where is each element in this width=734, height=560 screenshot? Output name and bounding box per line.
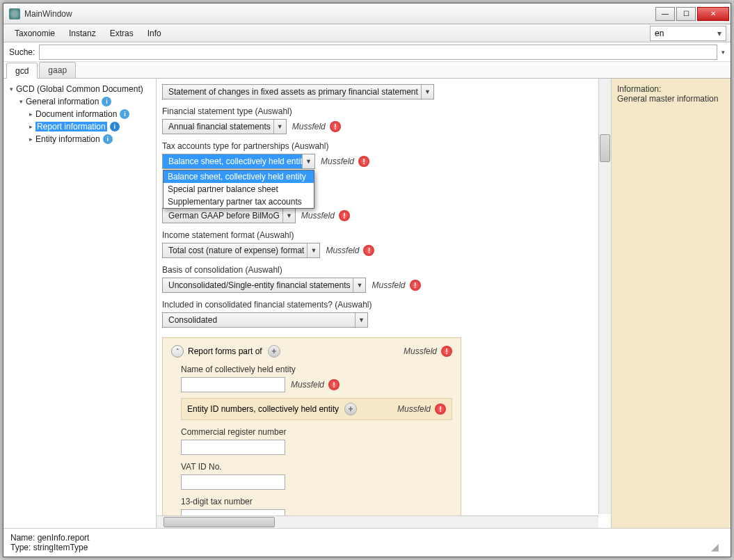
- horizontal-scrollbar[interactable]: [157, 515, 598, 528]
- consol-select[interactable]: Unconsolidated/Single-entity financial s…: [162, 278, 366, 293]
- fin-type-label: Financial statement type (Auswahl): [162, 106, 593, 116]
- info-icon: i: [103, 134, 113, 144]
- chevron-down-icon: ▼: [421, 85, 433, 99]
- report-forms-group: ˄ Report forms part of + Mussfeld ! Name…: [162, 337, 461, 528]
- error-icon: !: [410, 280, 421, 291]
- mussfeld-label: Mussfeld: [397, 404, 431, 414]
- group-title: Report forms part of: [188, 346, 262, 356]
- mussfeld-label: Mussfeld: [291, 380, 324, 390]
- mussfeld-label: Mussfeld: [372, 280, 405, 290]
- status-name-label: Name:: [10, 533, 35, 543]
- maximize-button[interactable]: ☐: [676, 7, 696, 21]
- collapse-button[interactable]: ˄: [171, 345, 184, 358]
- entity-id-subgroup: Entity ID numbers, collectively held ent…: [181, 398, 452, 420]
- menubar: Taxonomie Instanz Extras Info en: [3, 24, 731, 42]
- vat-label: VAT ID No.: [181, 462, 452, 472]
- tree-root[interactable]: ▾GCD (Global Common Document): [6, 83, 153, 95]
- dropdown-option[interactable]: Supplementary partner tax accounts: [163, 195, 314, 208]
- mussfeld-label: Mussfeld: [301, 211, 335, 221]
- error-icon: !: [328, 379, 340, 390]
- info-icon: i: [120, 109, 129, 119]
- tree-general[interactable]: ▾General informationi: [6, 95, 153, 108]
- error-icon: !: [339, 210, 350, 221]
- language-select[interactable]: en: [650, 26, 726, 41]
- close-button[interactable]: ✕: [697, 7, 729, 21]
- editor-tabs: gcd gaap: [3, 62, 731, 79]
- tree-entity-info[interactable]: ▸Entity informationi: [6, 133, 153, 145]
- info-text: General master information: [617, 94, 725, 104]
- consol-label: Basis of consolidation (Auswahl): [162, 265, 593, 275]
- mussfeld-label: Mussfeld: [292, 122, 326, 131]
- status-type-label: Type:: [10, 543, 31, 552]
- search-dropdown-icon[interactable]: ▾: [721, 49, 725, 56]
- commercial-label: Commercial register number: [181, 427, 452, 437]
- gaap-select[interactable]: German GAAP before BilMoG▼: [162, 208, 296, 223]
- mussfeld-label: Mussfeld: [326, 246, 359, 255]
- resize-grip[interactable]: ◢: [711, 541, 724, 552]
- income-label: Income statement format (Auswahl): [162, 230, 593, 240]
- search-input[interactable]: [39, 45, 717, 60]
- searchbar: Suche: ▾: [3, 42, 731, 62]
- included-label: Included in consolidated financial state…: [162, 300, 593, 310]
- fin-type-select[interactable]: Annual financial statements▼: [162, 119, 287, 134]
- chevron-down-icon: ▼: [355, 313, 367, 327]
- tab-gcd[interactable]: gcd: [6, 63, 38, 79]
- entity-id-label: Entity ID numbers, collectively held ent…: [187, 404, 339, 414]
- info-icon: i: [110, 122, 120, 131]
- chevron-down-icon: ▼: [307, 243, 319, 257]
- name-entity-input[interactable]: [181, 377, 285, 392]
- tax-type-select[interactable]: Balance sheet, collectively held entity …: [162, 154, 315, 169]
- add-button[interactable]: +: [268, 345, 280, 358]
- vertical-scrollbar[interactable]: [598, 79, 611, 514]
- tree-panel: ▾GCD (Global Common Document) ▾General i…: [3, 79, 157, 528]
- dropdown-option[interactable]: Balance sheet, collectively held entity: [163, 170, 314, 183]
- vat-input[interactable]: [181, 474, 285, 490]
- menu-info[interactable]: Info: [141, 26, 168, 41]
- income-select[interactable]: Total cost (nature of expense) format▼: [162, 243, 320, 258]
- app-icon: [9, 8, 20, 19]
- form-area: Statement of changes in fixed assets as …: [157, 79, 611, 528]
- chevron-down-icon: ▼: [302, 154, 314, 168]
- dropdown-option[interactable]: Special partner balance sheet: [163, 183, 314, 195]
- tab-gaap[interactable]: gaap: [39, 62, 76, 78]
- tree-document-info[interactable]: ▸Document informationi: [6, 108, 153, 120]
- error-icon: !: [363, 245, 374, 256]
- search-label: Suche:: [9, 47, 35, 57]
- mussfeld-label: Mussfeld: [321, 157, 354, 166]
- menu-taxonomie[interactable]: Taxonomie: [8, 26, 62, 41]
- menu-instanz[interactable]: Instanz: [62, 26, 103, 41]
- info-icon: i: [102, 97, 111, 106]
- form-wrapper: Statement of changes in fixed assets as …: [157, 79, 611, 528]
- tax-type-dropdown: Balance sheet, collectively held entity …: [163, 170, 314, 209]
- language-value: en: [655, 29, 664, 38]
- error-icon: !: [358, 156, 369, 167]
- info-sidebar: Information: General master information: [611, 79, 731, 528]
- error-icon: !: [330, 121, 341, 132]
- info-heading: Information:: [617, 84, 725, 94]
- tax-type-label: Tax accounts type for partnerships (Ausw…: [162, 141, 593, 151]
- content-area: ▾GCD (Global Common Document) ▾General i…: [3, 79, 731, 528]
- chevron-down-icon: ▼: [273, 120, 286, 134]
- window-title: MainWindow: [24, 9, 654, 19]
- chevron-down-icon: ▼: [282, 209, 295, 223]
- included-select[interactable]: Consolidated▼: [162, 312, 368, 328]
- status-type-value: stringItemType: [33, 543, 88, 552]
- menu-extras[interactable]: Extras: [103, 26, 141, 41]
- stmt-changes-select[interactable]: Statement of changes in fixed assets as …: [162, 84, 434, 99]
- error-icon: !: [441, 346, 452, 357]
- commercial-input[interactable]: [181, 440, 285, 455]
- titlebar: MainWindow — ☐ ✕: [3, 3, 731, 24]
- add-button[interactable]: +: [344, 403, 357, 415]
- status-name-value: genInfo.report: [38, 533, 90, 543]
- chevron-down-icon: ▼: [353, 278, 365, 292]
- main-window: MainWindow — ☐ ✕ Taxonomie Instanz Extra…: [3, 3, 731, 557]
- scrollbar-thumb[interactable]: [163, 517, 275, 527]
- tree-report-info[interactable]: ▸Report informationi: [6, 120, 153, 133]
- name-entity-label: Name of collectively held entity: [181, 365, 452, 374]
- tax13-label: 13-digit tax number: [181, 497, 452, 506]
- minimize-button[interactable]: —: [655, 7, 675, 21]
- error-icon: !: [435, 403, 446, 415]
- statusbar: Name: genInfo.report Type: stringItemTyp…: [3, 528, 731, 557]
- scrollbar-thumb[interactable]: [600, 134, 610, 162]
- mussfeld-label: Mussfeld: [404, 346, 437, 356]
